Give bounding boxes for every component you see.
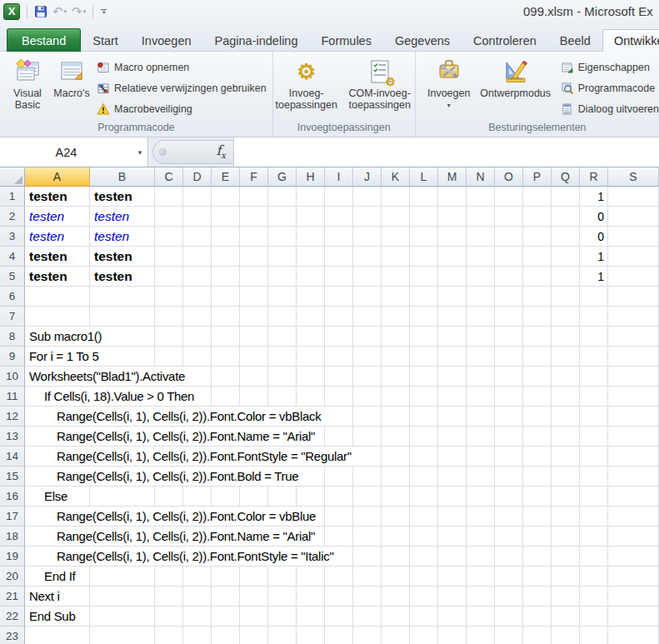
cell-N16[interactable] bbox=[467, 487, 495, 507]
row-header-3[interactable]: 3 bbox=[0, 227, 25, 247]
cell-C7[interactable] bbox=[155, 307, 183, 327]
cell-L3[interactable] bbox=[410, 227, 438, 247]
cell-E9[interactable] bbox=[212, 347, 240, 367]
cell-D6[interactable] bbox=[183, 287, 212, 307]
cell-B20[interactable] bbox=[90, 567, 155, 587]
cell-E6[interactable] bbox=[212, 287, 240, 307]
cell-Q4[interactable] bbox=[552, 247, 580, 267]
column-header-N[interactable]: N bbox=[467, 167, 495, 187]
run-dialog-button[interactable]: Dialoog uitvoeren bbox=[561, 102, 659, 116]
cell-R20[interactable] bbox=[580, 567, 608, 587]
cell-S20[interactable] bbox=[608, 567, 659, 587]
cell-P21[interactable] bbox=[523, 587, 552, 607]
cell-M1[interactable] bbox=[438, 187, 467, 207]
row-header-10[interactable]: 10 bbox=[0, 367, 25, 387]
cell-N1[interactable] bbox=[467, 187, 495, 207]
cell-K2[interactable] bbox=[382, 207, 410, 227]
cell-H11[interactable] bbox=[297, 387, 325, 407]
cell-F10[interactable] bbox=[240, 367, 268, 387]
cell-R3[interactable]: 0 bbox=[580, 227, 608, 247]
cell-C2[interactable] bbox=[155, 207, 183, 227]
cell-B16[interactable] bbox=[90, 487, 155, 507]
cell-A3[interactable]: testen bbox=[25, 227, 90, 247]
cell-C9[interactable] bbox=[155, 347, 183, 367]
cell-D21[interactable] bbox=[183, 587, 212, 607]
cell-O10[interactable] bbox=[495, 367, 523, 387]
cell-D4[interactable] bbox=[183, 247, 212, 267]
cell-O14[interactable] bbox=[495, 447, 523, 467]
cell-P14[interactable] bbox=[523, 447, 552, 467]
cell-Q9[interactable] bbox=[552, 347, 580, 367]
cell-B23[interactable] bbox=[90, 627, 155, 644]
cell-I10[interactable] bbox=[325, 367, 353, 387]
macros-button[interactable]: Macro's bbox=[50, 55, 93, 122]
cell-E23[interactable] bbox=[212, 627, 240, 644]
cell-R17[interactable] bbox=[580, 507, 608, 527]
insert-controls-button[interactable]: Invoegen ▾ bbox=[422, 55, 476, 122]
cell-G23[interactable] bbox=[268, 627, 297, 644]
cell-P5[interactable] bbox=[523, 267, 552, 287]
cell-M12[interactable] bbox=[438, 407, 467, 427]
cell-I7[interactable] bbox=[325, 307, 353, 327]
cell-S23[interactable] bbox=[608, 627, 659, 644]
cell-L10[interactable] bbox=[410, 367, 438, 387]
cell-L8[interactable] bbox=[410, 327, 438, 347]
cell-H6[interactable] bbox=[297, 287, 325, 307]
column-header-Q[interactable]: Q bbox=[552, 167, 580, 187]
cell-N17[interactable] bbox=[467, 507, 495, 527]
cell-K18[interactable] bbox=[382, 527, 410, 547]
cell-L18[interactable] bbox=[410, 527, 438, 547]
cell-P4[interactable] bbox=[523, 247, 552, 267]
cell-M17[interactable] bbox=[438, 507, 467, 527]
cell-B5[interactable]: testen bbox=[90, 267, 155, 287]
cell-K21[interactable] bbox=[382, 587, 410, 607]
cell-O1[interactable] bbox=[495, 187, 523, 207]
cell-L9[interactable] bbox=[410, 347, 438, 367]
row-header-21[interactable]: 21 bbox=[0, 587, 25, 607]
cell-N11[interactable] bbox=[467, 387, 495, 407]
cell-K12[interactable] bbox=[382, 407, 410, 427]
cell-J18[interactable] bbox=[353, 527, 382, 547]
cell-A4[interactable]: testen bbox=[25, 247, 90, 267]
cell-D5[interactable] bbox=[183, 267, 212, 287]
cell-D8[interactable] bbox=[183, 327, 212, 347]
cell-O23[interactable] bbox=[495, 627, 523, 644]
cell-R1[interactable]: 1 bbox=[580, 187, 608, 207]
cell-P15[interactable] bbox=[523, 467, 552, 487]
cell-Q22[interactable] bbox=[552, 607, 580, 627]
cell-L4[interactable] bbox=[410, 247, 438, 267]
cell-N10[interactable] bbox=[467, 367, 495, 387]
cell-R23[interactable] bbox=[580, 627, 608, 644]
cell-I20[interactable] bbox=[325, 567, 353, 587]
cell-S18[interactable] bbox=[608, 527, 659, 547]
cell-Q7[interactable] bbox=[552, 307, 580, 327]
tab-start[interactable]: Start bbox=[81, 29, 130, 52]
cell-Q20[interactable] bbox=[552, 567, 580, 587]
cell-L1[interactable] bbox=[410, 187, 438, 207]
visual-basic-button[interactable]: Visual Basic bbox=[5, 55, 50, 122]
cell-A6[interactable] bbox=[25, 287, 90, 307]
cell-I22[interactable] bbox=[325, 607, 353, 627]
tab-bestand[interactable]: Bestand bbox=[7, 28, 81, 52]
cell-L15[interactable] bbox=[410, 467, 438, 487]
cell-O4[interactable] bbox=[495, 247, 523, 267]
relative-references-button[interactable]: Relatieve verwijzingen gebruiken bbox=[97, 82, 267, 95]
cell-E8[interactable] bbox=[212, 327, 240, 347]
cell-S9[interactable] bbox=[608, 347, 659, 367]
cell-H23[interactable] bbox=[297, 627, 325, 644]
cell-P1[interactable] bbox=[523, 187, 552, 207]
customize-qat-button[interactable]: ▾ bbox=[101, 9, 107, 14]
cell-M11[interactable] bbox=[438, 387, 467, 407]
cell-D3[interactable] bbox=[183, 227, 212, 247]
cell-K20[interactable] bbox=[382, 567, 410, 587]
cell-L2[interactable] bbox=[410, 207, 438, 227]
cell-M5[interactable] bbox=[438, 267, 467, 287]
cell-G21[interactable] bbox=[268, 587, 297, 607]
cell-M9[interactable] bbox=[438, 347, 467, 367]
cell-L5[interactable] bbox=[410, 267, 438, 287]
cell-I16[interactable] bbox=[325, 487, 353, 507]
cell-A2[interactable]: testen bbox=[25, 207, 90, 227]
cell-P10[interactable] bbox=[523, 367, 552, 387]
cell-J10[interactable] bbox=[353, 367, 382, 387]
cell-H8[interactable] bbox=[297, 327, 325, 347]
